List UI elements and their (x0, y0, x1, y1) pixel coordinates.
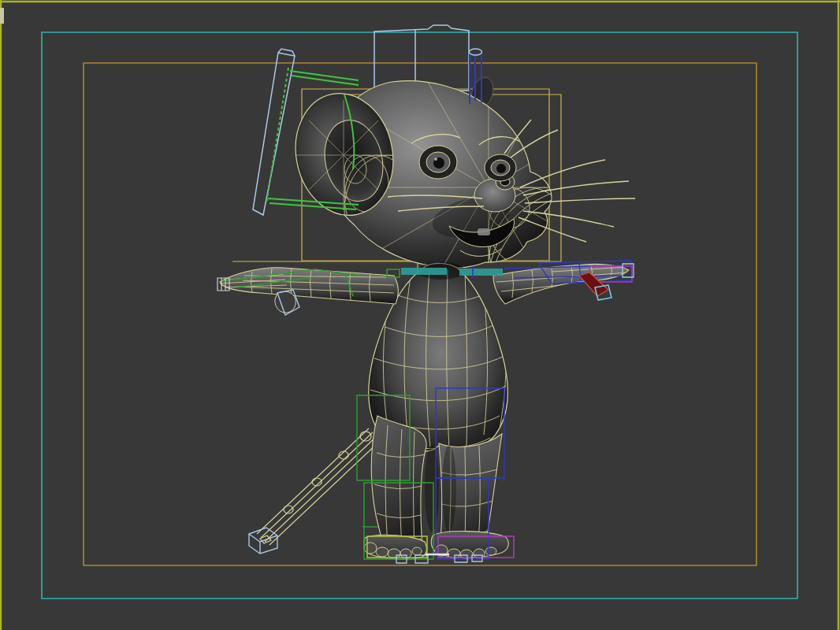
viewport-3d[interactable] (0, 0, 840, 630)
inner-leg-shadow-right (442, 445, 456, 532)
tooth (478, 228, 490, 235)
left-leg-surface (371, 416, 426, 553)
right-eye (485, 154, 516, 181)
viewport-edge-artifact (0, 8, 4, 24)
inner-leg-shadow-left (425, 445, 439, 532)
left-eye (419, 146, 457, 179)
